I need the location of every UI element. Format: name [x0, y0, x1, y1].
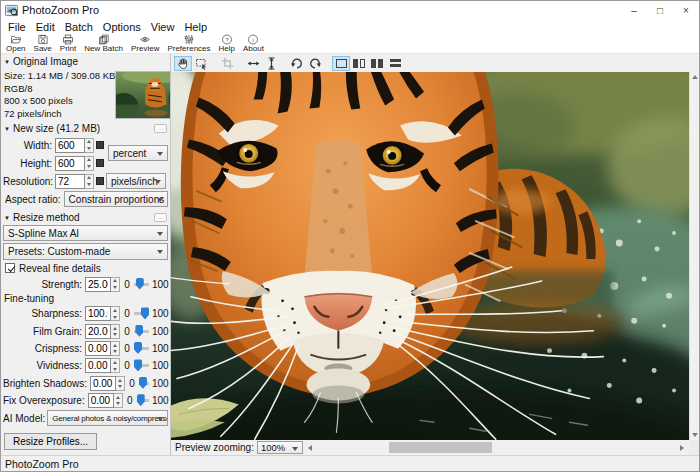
- hand-tool-button[interactable]: [174, 56, 192, 71]
- original-image-header[interactable]: ▼ Original Image: [1, 54, 170, 68]
- fix-overexposure-slider[interactable]: [137, 399, 149, 402]
- height-stepper[interactable]: [85, 156, 94, 171]
- brighten-shadows-slider[interactable]: [139, 382, 149, 385]
- open-button[interactable]: Open: [2, 34, 30, 53]
- menu-edit[interactable]: Edit: [31, 19, 60, 34]
- fix-overexposure-input[interactable]: [88, 393, 114, 408]
- film-grain-input[interactable]: [85, 324, 111, 339]
- resolution-unit-select[interactable]: pixels/inch: [106, 173, 166, 189]
- save-button[interactable]: Save: [30, 34, 56, 53]
- flip-horizontal-button[interactable]: [244, 56, 262, 71]
- sharpness-slider-thumb[interactable]: [141, 307, 149, 319]
- help-button[interactable]: ? Help: [215, 34, 239, 53]
- vertical-scrollbar[interactable]: [689, 72, 699, 440]
- width-anchor-button[interactable]: [96, 141, 104, 149]
- brighten-shadows-input[interactable]: [90, 376, 116, 391]
- film-grain-slider-thumb[interactable]: [135, 325, 143, 337]
- resize-method-options-button[interactable]: …: [154, 213, 167, 222]
- scale-min-label: 0: [126, 395, 134, 406]
- height-anchor-button[interactable]: [96, 159, 104, 167]
- horizontal-scrollbar-thumb[interactable]: [389, 442, 493, 453]
- height-label: Height:: [3, 158, 55, 169]
- width-stepper[interactable]: [85, 138, 94, 153]
- strength-input[interactable]: [85, 277, 111, 292]
- about-button[interactable]: i About: [239, 34, 268, 53]
- sharpness-input[interactable]: [85, 306, 111, 321]
- menu-options[interactable]: Options: [98, 19, 146, 34]
- brighten-shadows-slider-thumb[interactable]: [139, 377, 147, 389]
- preview-button[interactable]: Preview: [127, 34, 163, 53]
- vividness-input[interactable]: [85, 358, 111, 373]
- flip-vertical-button[interactable]: [262, 56, 280, 71]
- crispness-input[interactable]: [85, 341, 111, 356]
- menu-batch[interactable]: Batch: [60, 19, 98, 34]
- size-unit-select[interactable]: percent: [108, 145, 168, 161]
- two-pane-icon: [371, 59, 382, 68]
- view-single-button[interactable]: [332, 56, 350, 71]
- resize-method-select[interactable]: S-Spline Max AI: [3, 225, 168, 241]
- scroll-up-icon[interactable]: [692, 75, 698, 79]
- sharpness-stepper[interactable]: [111, 306, 120, 321]
- crispness-slider[interactable]: [134, 347, 149, 350]
- resize-method-header[interactable]: ▼ Resize method …: [1, 210, 170, 224]
- minimize-button[interactable]: –: [621, 1, 647, 19]
- scroll-right-button[interactable]: [675, 440, 689, 455]
- strength-slider-thumb[interactable]: [136, 278, 144, 290]
- collapse-triangle-icon: ▼: [4, 126, 10, 132]
- preview-zoom-select[interactable]: 100%: [257, 441, 303, 454]
- maximize-button[interactable]: □: [647, 1, 673, 19]
- height-input[interactable]: [55, 156, 85, 171]
- aspect-ratio-select[interactable]: Constrain proportions: [64, 191, 168, 207]
- menu-help[interactable]: Help: [179, 19, 212, 34]
- width-input[interactable]: [55, 138, 85, 153]
- new-batch-button[interactable]: New Batch: [80, 34, 127, 53]
- view-side-by-side-button[interactable]: [368, 56, 386, 71]
- film-grain-slider[interactable]: [134, 330, 149, 333]
- resize-profiles-button[interactable]: Resize Profiles...: [4, 433, 97, 450]
- selection-tool-button[interactable]: [192, 56, 210, 71]
- scroll-down-icon[interactable]: [692, 433, 698, 437]
- print-button[interactable]: Print: [56, 34, 80, 53]
- resolution-input[interactable]: [55, 174, 85, 189]
- title-bar: PhotoZoom Pro – □ ×: [1, 1, 699, 19]
- aspect-ratio-label: Aspect ratio:: [3, 194, 61, 205]
- crispness-slider-thumb[interactable]: [134, 342, 142, 354]
- crop-tool-button[interactable]: [218, 56, 236, 71]
- new-size-options-button[interactable]: …: [154, 124, 167, 133]
- horizontal-scrollbar[interactable]: [317, 440, 675, 455]
- preview-toolbar: [171, 54, 699, 72]
- about-label: About: [243, 45, 264, 53]
- rotate-right-button[interactable]: [306, 56, 324, 71]
- close-button[interactable]: ×: [673, 1, 699, 19]
- fix-overexposure-slider-thumb[interactable]: [137, 394, 145, 406]
- save-label: Save: [34, 45, 52, 53]
- reveal-fine-details-checkbox[interactable]: [5, 263, 15, 273]
- view-top-bottom-button[interactable]: [386, 56, 404, 71]
- presets-select[interactable]: Presets: Custom-made: [3, 243, 168, 259]
- vividness-slider[interactable]: [134, 364, 149, 367]
- film-grain-stepper[interactable]: [111, 324, 120, 339]
- scroll-left-button[interactable]: [303, 440, 317, 455]
- view-split-button[interactable]: [350, 56, 368, 71]
- resolution-anchor-button[interactable]: [96, 177, 104, 185]
- menu-view[interactable]: View: [146, 19, 180, 34]
- strength-stepper[interactable]: [111, 277, 120, 292]
- sharpness-slider[interactable]: [134, 312, 149, 315]
- brighten-shadows-label: Brighten Shadows:: [3, 378, 90, 389]
- strength-slider[interactable]: [134, 283, 149, 286]
- help-label: Help: [219, 45, 235, 53]
- rotate-left-button[interactable]: [288, 56, 306, 71]
- preferences-button[interactable]: Preferences: [163, 34, 214, 53]
- brighten-shadows-stepper[interactable]: [116, 376, 125, 391]
- resolution-stepper[interactable]: [85, 174, 94, 189]
- fix-overexposure-stepper[interactable]: [114, 393, 123, 408]
- crispness-stepper[interactable]: [111, 341, 120, 356]
- preview-image[interactable]: [171, 72, 689, 440]
- ai-model-select[interactable]: General photos & noisy/compressed photos: [47, 410, 168, 426]
- strength-label: Strength:: [3, 279, 85, 290]
- vividness-stepper[interactable]: [111, 358, 120, 373]
- menu-file[interactable]: File: [3, 19, 31, 34]
- new-size-header[interactable]: ▼ New size (41.2 MB) …: [1, 121, 170, 135]
- vividness-slider-thumb[interactable]: [134, 359, 142, 371]
- single-pane-icon: [336, 59, 347, 68]
